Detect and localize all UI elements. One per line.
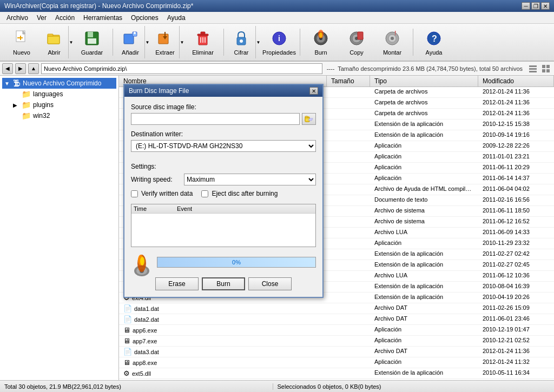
titlebar-title: WinArchiver(Copia sin registrar) - Nuevo…	[4, 2, 193, 10]
maximize-button[interactable]: ❐	[531, 2, 540, 10]
abrir-arrow[interactable]: ▼	[68, 26, 74, 58]
toolbar-eliminar[interactable]: Eliminar	[186, 26, 220, 58]
svg-text:?: ?	[432, 34, 437, 43]
view-grid-button[interactable]	[540, 63, 552, 75]
table-row[interactable]: ⚙ ext6.dll Extensión de la aplicación 20…	[119, 379, 554, 380]
burn-dialog-close-button[interactable]: ✕	[309, 87, 318, 95]
sep1	[113, 29, 113, 56]
file-name: 🖥 app7.exe	[119, 336, 327, 346]
file-name: 📄 data3.dat	[119, 347, 327, 357]
svg-rect-8	[88, 32, 93, 37]
toolbar-guardar[interactable]: Guardar	[75, 26, 109, 58]
svg-point-24	[240, 39, 243, 43]
file-type: Archivo de Ayuda de HTML compilado	[370, 184, 478, 195]
erase-button[interactable]: Erase	[155, 277, 199, 290]
file-type: Aplicación	[370, 152, 478, 162]
table-row[interactable]: 📄 data2.dat Archivo DAT 2011-06-01 23:46	[119, 314, 554, 325]
table-row[interactable]: ⚙ ext5.dll Extensión de la aplicación 20…	[119, 368, 554, 379]
destination-select[interactable]: (E:) HL-DT-STDVD-RAM GH22NS30	[131, 140, 316, 152]
tree-item-win32[interactable]: 📁 win32	[11, 110, 116, 121]
file-type: Archivo DAT	[370, 303, 478, 314]
table-row[interactable]: 🖥 app7.exe Aplicación 2010-12-21 02:52	[119, 336, 554, 347]
file-size	[327, 109, 370, 119]
toolbar-burn[interactable]: Burn	[304, 26, 338, 58]
tree-item-languages[interactable]: 📁 languages	[11, 89, 116, 99]
file-name: ⚙ ext5.dll	[119, 368, 327, 378]
view-list-button[interactable]	[527, 63, 539, 75]
file-modified: 2011-01-01 23:21	[478, 152, 554, 162]
burn-button[interactable]: Burn	[202, 277, 245, 290]
verify-checkbox[interactable]	[131, 190, 138, 197]
close-button[interactable]: ✕	[541, 2, 550, 10]
menu-opciones[interactable]: Opciones	[127, 13, 163, 23]
file-type: Archivo DAT	[370, 347, 478, 357]
col-modificado[interactable]: Modificado	[478, 76, 554, 87]
sep3	[300, 29, 300, 56]
forward-button[interactable]: ▶	[15, 63, 26, 74]
toolbar-propiedades[interactable]: i Propiedades	[262, 26, 296, 58]
writing-speed-select[interactable]: Maximum 4x 8x 16x	[184, 174, 316, 185]
menu-ayuda[interactable]: Ayuda	[163, 13, 190, 23]
file-modified: 2011-06-12 16:52	[478, 217, 554, 227]
toolbar-ayuda[interactable]: ? Ayuda	[417, 26, 451, 58]
menu-herramientas[interactable]: Herramientas	[79, 13, 127, 23]
file-size	[327, 130, 370, 141]
file-modified: 2010-12-21 02:52	[478, 336, 554, 346]
col-tipo[interactable]: Tipo	[370, 76, 478, 87]
menu-ver[interactable]: Ver	[32, 13, 51, 23]
toolbar-copy[interactable]: Copy	[339, 26, 374, 58]
toolbar-nuevo[interactable]: Nuevo	[4, 26, 39, 58]
file-modified: 2010-12-15 15:38	[478, 119, 554, 130]
burn-dialog-titlebar: Burn Disc Image File ✕	[124, 85, 322, 97]
eject-checkbox[interactable]	[201, 190, 208, 197]
tree-item-plugins[interactable]: ▶ 📁 plugins	[11, 99, 116, 110]
svg-point-57	[140, 257, 144, 265]
file-size	[327, 336, 370, 346]
burn-dialog-body: Source disc image file: Destination writ…	[124, 97, 322, 297]
tree-item-root[interactable]: ▼ 🗜 Nuevo Archivo Comprimido	[2, 78, 116, 89]
svg-point-31	[319, 32, 322, 38]
up-button[interactable]: ▲	[28, 63, 39, 74]
file-name: ⚙ ext6.dll	[119, 379, 327, 380]
toolbar-abrir[interactable]: Abrir	[40, 26, 68, 58]
tree-label-plugins: plugins	[33, 101, 54, 109]
svg-rect-3	[20, 36, 21, 40]
file-modified: 2011-02-27 02:45	[478, 260, 554, 270]
svg-rect-48	[546, 69, 550, 72]
minimize-button[interactable]: ─	[522, 2, 530, 10]
file-type: Archivo LUA	[370, 228, 478, 238]
address-info: ---- Tamaño descomprimido 23.6 MB (24,78…	[325, 65, 525, 72]
address-input[interactable]	[41, 63, 322, 74]
close-dialog-button[interactable]: Close	[248, 277, 292, 290]
table-row[interactable]: 📄 data1.dat Archivo DAT 2011-02-26 15:09	[119, 303, 554, 314]
file-modified: 2011-06-04 04:02	[478, 184, 554, 195]
file-modified: 2011-06-11 20:29	[478, 163, 554, 173]
file-size	[327, 217, 370, 227]
toolbar-anadir[interactable]: Añadir	[116, 26, 144, 58]
source-browse-button[interactable]	[302, 113, 316, 125]
toolbar-extraer[interactable]: Extraer	[151, 26, 179, 58]
tree-toggle-root[interactable]: ▼	[4, 81, 11, 87]
file-type: Extensión de la aplicación	[370, 119, 478, 130]
back-button[interactable]: ◀	[2, 63, 13, 74]
table-row[interactable]: 🖥 app6.exe Aplicación 2010-12-19 01:47	[119, 325, 554, 336]
toolbar-montar[interactable]: ! Montar	[375, 26, 410, 58]
table-row[interactable]: 🖥 app8.exe Aplicación 2012-01-24 11:32	[119, 357, 554, 368]
nuevo-label: Nuevo	[13, 49, 30, 56]
table-row[interactable]: 📄 data3.dat Archivo DAT 2012-01-24 11:36	[119, 347, 554, 357]
burn-dialog[interactable]: Burn Disc Image File ✕ Source disc image…	[123, 84, 324, 298]
svg-text:!: !	[394, 30, 396, 36]
toolbar-cifrar[interactable]: Cifrar	[227, 26, 255, 58]
resize-handle[interactable]	[545, 382, 554, 391]
svg-rect-47	[542, 69, 545, 72]
anadir-arrow[interactable]: ▼	[144, 26, 150, 58]
cifrar-arrow[interactable]: ▼	[255, 26, 261, 58]
source-input[interactable]	[131, 113, 300, 125]
menu-archivo[interactable]: Archivo	[2, 13, 32, 23]
file-name: 📄 data1.dat	[119, 303, 327, 314]
menu-accion[interactable]: Acción	[51, 13, 79, 23]
status-left: Total 30 objetos, 21.9 MB(22,961,012 byt…	[0, 383, 273, 390]
extraer-arrow[interactable]: ▼	[179, 26, 184, 58]
svg-rect-10	[124, 34, 134, 44]
col-tamano[interactable]: Tamaño	[327, 76, 370, 87]
